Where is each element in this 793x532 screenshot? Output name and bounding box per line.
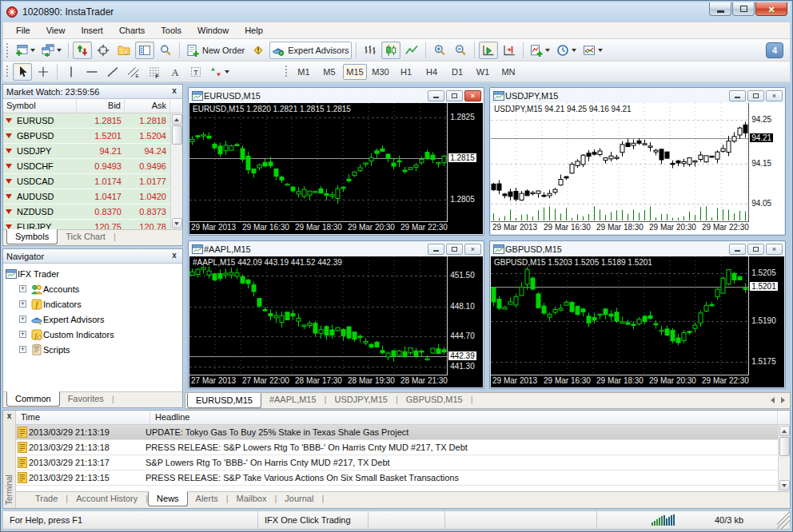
dropdown-caret-icon[interactable]: [57, 49, 62, 52]
dropdown-caret-icon[interactable]: [598, 49, 603, 52]
chart-shift-button[interactable]: [500, 42, 519, 59]
market-watch-tab-tick-chart[interactable]: Tick Chart: [58, 230, 114, 244]
line-chart-button[interactable]: [402, 42, 421, 59]
time-axis[interactable]: 29 Mar 201329 Mar 16:3029 Mar 18:3029 Ma…: [491, 375, 784, 387]
scroll-up-icon[interactable]: [172, 114, 182, 125]
navigator-tab-common[interactable]: Common: [6, 391, 60, 407]
chart-window-titlebar[interactable]: USDJPY,M15×: [490, 88, 785, 103]
navigator-tab-favorites[interactable]: Favorites: [60, 392, 112, 406]
market-watch-row-usdchf[interactable]: USDCHF0.94930.9496: [3, 159, 170, 174]
market-watch-tab-symbols[interactable]: Symbols: [6, 229, 58, 244]
chart-canvas[interactable]: USDJPY,M15 94.21 94.25 94.16 94.21: [491, 103, 749, 222]
chart-plot-area[interactable]: USDJPY,M15 94.21 94.25 94.16 94.2194.259…: [491, 103, 784, 222]
column-bid[interactable]: Bid: [77, 99, 125, 113]
scroll-thumb[interactable]: [172, 125, 182, 145]
bar-chart-button[interactable]: [361, 42, 380, 59]
zoom-out-button[interactable]: [451, 42, 470, 59]
chart-tab-usdjpy-m15[interactable]: USDJPY,M15: [326, 393, 395, 407]
text-label-button[interactable]: T: [186, 63, 205, 81]
menu-insert[interactable]: Insert: [73, 23, 111, 38]
market-watch-row-usdjpy[interactable]: USDJPY94.2194.24: [3, 144, 170, 159]
resize-grip[interactable]: [777, 511, 790, 529]
close-button[interactable]: ×: [755, 2, 787, 16]
trendline-button[interactable]: [103, 63, 122, 81]
market-watch-close-icon[interactable]: x: [169, 87, 179, 97]
expand-icon[interactable]: +: [19, 346, 26, 353]
market-watch-scrollbar[interactable]: [170, 113, 182, 229]
alerts-button[interactable]: [249, 42, 268, 59]
navigator-item-accounts[interactable]: +Accounts: [5, 281, 181, 296]
market-watch-row-gbpusd[interactable]: GBPUSD1.52011.5204: [3, 129, 170, 144]
news-row[interactable]: 2013/03/29 21:13:17S&P Lowers Rtg To 'BB…: [16, 455, 778, 470]
time-axis[interactable]: 27 Mar 201327 Mar 22:0028 Mar 17:3028 Ma…: [189, 375, 483, 387]
candlestick-chart-button[interactable]: [381, 42, 400, 59]
column-headline[interactable]: Headline: [150, 411, 778, 424]
market-watch-row-eurusd[interactable]: EURUSD1.28151.2818: [3, 113, 170, 129]
timeframe-mn[interactable]: MN: [496, 64, 520, 80]
horizontal-line-button[interactable]: [82, 63, 102, 81]
chart-window-titlebar[interactable]: #AAPL,M15×: [189, 241, 484, 256]
toolbar-grip[interactable]: [6, 65, 10, 79]
chart-tab-gbpusd-m15[interactable]: GBPUSD,M15: [398, 393, 471, 407]
news-scrollbar[interactable]: [778, 425, 790, 491]
chart-restore-button[interactable]: [747, 244, 764, 255]
chart-window-gbpusd[interactable]: GBPUSD,M15×GBPUSD,M15 1.5203 1.5205 1.51…: [489, 240, 786, 389]
chart-restore-button[interactable]: [747, 90, 764, 101]
chart-close-button[interactable]: ×: [766, 90, 783, 101]
preview-search-button[interactable]: [156, 42, 175, 59]
cursor-button[interactable]: [13, 63, 32, 81]
menu-tools[interactable]: Tools: [153, 23, 189, 38]
chart-canvas[interactable]: #AAPL,M15 442.09 443.19 441.52 442.39: [189, 256, 448, 375]
chart-close-button[interactable]: ×: [464, 90, 481, 101]
terminal-tab-journal[interactable]: Journal: [277, 492, 321, 506]
timeframe-m30[interactable]: M30: [369, 64, 393, 80]
chart-tab--aapl-m15[interactable]: #AAPL,M15: [261, 393, 325, 407]
chart-minimize-button[interactable]: [729, 90, 746, 101]
price-scale[interactable]: 94.2594.2194.1594.05: [749, 103, 784, 222]
chart-window-usdjpy[interactable]: USDJPY,M15×USDJPY,M15 94.21 94.25 94.16 …: [489, 87, 786, 236]
equidistant-channel-button[interactable]: E: [124, 63, 143, 81]
new-chart-button[interactable]: [13, 42, 38, 59]
chart-canvas[interactable]: GBPUSD,M15 1.5203 1.5205 1.5189 1.5201: [491, 256, 749, 375]
chart-restore-button[interactable]: [446, 90, 463, 101]
templates-button[interactable]: [580, 42, 605, 59]
market-watch-row-usdcad[interactable]: USDCAD1.01741.0177: [3, 174, 170, 189]
timeframe-w1[interactable]: W1: [471, 64, 495, 80]
chart-plot-area[interactable]: #AAPL,M15 442.09 443.19 441.52 442.39451…: [189, 256, 483, 375]
auto-scroll-button[interactable]: [479, 42, 498, 59]
terminal-tab-alerts[interactable]: Alerts: [188, 492, 226, 506]
market-watch-row-eurjpy[interactable]: EURJPY120.75120.78: [3, 220, 170, 229]
expand-icon[interactable]: +: [19, 300, 26, 308]
vertical-line-button[interactable]: [62, 63, 81, 81]
scroll-down-icon[interactable]: [172, 218, 182, 228]
arrows-button[interactable]: [207, 63, 232, 81]
chart-close-button[interactable]: ×: [464, 244, 481, 255]
menu-file[interactable]: File: [8, 23, 38, 38]
menu-charts[interactable]: Charts: [111, 23, 153, 38]
zoom-in-button[interactable]: [430, 42, 449, 59]
menu-view[interactable]: View: [38, 23, 74, 38]
favorites-button[interactable]: [114, 42, 133, 59]
navigator-item-expert-advisors[interactable]: +Expert Advisors: [5, 312, 181, 327]
timeframe-h4[interactable]: H4: [420, 64, 444, 80]
tab-scroll-right-icon[interactable]: [781, 397, 785, 403]
market-watch-toggle-button[interactable]: [135, 42, 154, 59]
time-axis[interactable]: 29 Mar 201329 Mar 16:3029 Mar 18:3029 Ma…: [491, 222, 784, 234]
chart-canvas[interactable]: EURUSD,M15 1.2820 1.2821 1.2815 1.2815: [189, 103, 448, 222]
menu-window[interactable]: Window: [189, 23, 237, 38]
toolbar-grip[interactable]: [285, 65, 289, 79]
terminal-tab-account-history[interactable]: Account History: [68, 492, 145, 506]
crosshair-mode-button[interactable]: [94, 42, 113, 59]
terminal-tab-news[interactable]: News: [148, 491, 188, 506]
news-row[interactable]: 2013/03/29 21:13:18PRESS RELEASE: S&P Lo…: [16, 440, 778, 455]
terminal-tab-trade[interactable]: Trade: [27, 492, 66, 506]
timeframe-m1[interactable]: M1: [292, 64, 316, 80]
chart-plot-area[interactable]: GBPUSD,M15 1.5203 1.5205 1.5189 1.52011.…: [491, 256, 784, 375]
news-row[interactable]: 2013/03/29 21:13:15PRESS RELEASE: S&P Ta…: [16, 470, 778, 486]
chart-minimize-button[interactable]: [729, 244, 746, 255]
navigator-item-custom-indicators[interactable]: +fCustom Indicators: [5, 327, 181, 342]
column-symbol[interactable]: Symbol: [3, 99, 77, 113]
chart-close-button[interactable]: ×: [766, 244, 783, 255]
expand-icon[interactable]: +: [19, 316, 26, 323]
dropdown-caret-icon[interactable]: [572, 49, 576, 52]
